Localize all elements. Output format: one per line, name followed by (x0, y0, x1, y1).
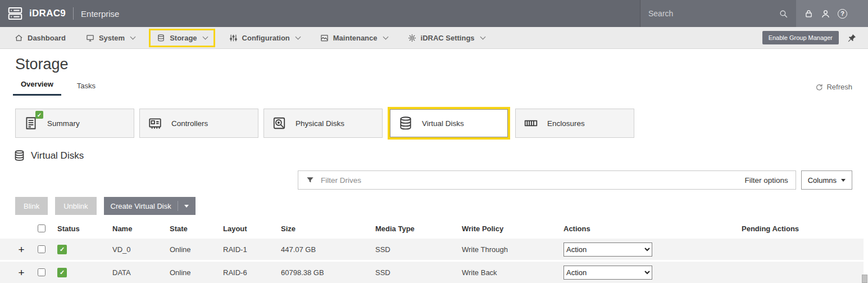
col-header-size: Size (275, 224, 370, 233)
col-header-state: State (164, 224, 217, 233)
filter-row: Filter options Columns (298, 170, 852, 190)
system-icon (86, 34, 94, 42)
cell-size: 60798.38 GB (275, 268, 370, 277)
table-row-data: + ✓ DATA Online RAID-6 60798.38 GB SSD W… (0, 262, 864, 283)
maintenance-icon (320, 34, 329, 42)
help-icon[interactable]: ? (838, 9, 847, 19)
card-enclosures[interactable]: Enclosures (515, 109, 634, 138)
storage-highlight-box: Storage (149, 29, 215, 47)
controllers-icon (148, 116, 162, 131)
nav-item-storage[interactable]: Storage (157, 34, 207, 42)
columns-dropdown-button[interactable]: Columns (801, 170, 852, 190)
configuration-icon (229, 34, 238, 42)
virtual-disks-icon (13, 150, 25, 161)
action-select[interactable]: Action (563, 266, 652, 280)
storage-icon (157, 34, 165, 42)
chevron-down-icon (202, 34, 208, 40)
card-label: Virtual Disks (422, 119, 464, 128)
scrollbar-thumb[interactable] (862, 275, 867, 283)
col-header-write-policy: Write Policy (456, 224, 558, 233)
refresh-button[interactable]: Refresh (815, 83, 852, 96)
unblink-button[interactable]: Unblink (55, 197, 96, 215)
virtual-disks-highlight-box: Virtual Disks (388, 107, 510, 140)
nav-item-label: Dashboard (28, 34, 66, 42)
nav-item-label: iDRAC Settings (421, 34, 475, 42)
row-checkbox[interactable] (38, 268, 46, 276)
card-physical-disks[interactable]: Physical Disks (263, 109, 383, 138)
brand-name: iDRAC9 (29, 8, 66, 19)
nav-item-system[interactable]: System (86, 34, 135, 42)
tab-bar: Overview Tasks Refresh (13, 78, 852, 96)
pin-icon[interactable] (847, 33, 857, 43)
create-virtual-disk-button[interactable]: Create Virtual Disk (104, 197, 196, 215)
header-icon-panel: ? (796, 0, 868, 27)
create-virtual-disk-label: Create Virtual Disk (111, 202, 171, 210)
user-icon[interactable] (821, 9, 830, 19)
page-title: Storage (15, 56, 868, 73)
card-label: Physical Disks (296, 119, 344, 128)
cell-state: Online (164, 268, 217, 277)
refresh-icon (815, 83, 823, 91)
tab-tasks[interactable]: Tasks (69, 79, 103, 96)
row-checkbox[interactable] (38, 245, 46, 253)
cell-layout: RAID-1 (217, 245, 275, 254)
caret-down-icon (184, 205, 189, 208)
section-header: Virtual Disks (13, 150, 868, 161)
app-header: iDRAC9 Enterprise ? (0, 0, 868, 27)
status-ok-icon: ✓ (57, 245, 67, 254)
nav-item-dashboard[interactable]: Dashboard (15, 34, 66, 42)
brand-divider (73, 7, 74, 20)
virtual-disks-icon (398, 116, 413, 131)
chevron-down-icon (295, 34, 301, 40)
nav-item-idrac-settings[interactable]: iDRAC Settings (408, 34, 485, 42)
header-search-box (640, 0, 796, 27)
cell-name: DATA (107, 268, 164, 277)
main-nav: Dashboard System Storage Configuration (0, 27, 868, 49)
search-icon[interactable] (779, 9, 788, 19)
columns-label: Columns (808, 176, 837, 185)
cell-write-policy: Write Back (456, 268, 558, 277)
nav-item-label: System (99, 34, 125, 42)
card-controllers[interactable]: Controllers (139, 109, 258, 138)
tab-overview[interactable]: Overview (13, 78, 61, 96)
card-label: Summary (47, 119, 80, 128)
refresh-label: Refresh (826, 83, 852, 91)
cell-name: VD_0 (107, 245, 164, 254)
chevron-down-icon (480, 34, 485, 40)
card-label: Enclosures (547, 119, 585, 128)
nav-item-maintenance[interactable]: Maintenance (320, 34, 388, 42)
caret-down-icon (841, 179, 846, 182)
filter-options-link[interactable]: Filter options (744, 176, 788, 185)
enclosures-icon (524, 116, 538, 131)
card-summary[interactable]: ✓ Summary (15, 109, 134, 138)
nav-item-label: Maintenance (333, 34, 378, 42)
col-header-layout: Layout (217, 224, 275, 233)
status-ok-icon: ✓ (57, 268, 67, 277)
blink-button[interactable]: Blink (15, 197, 48, 215)
cell-write-policy: Write Through (456, 245, 558, 254)
action-select[interactable]: Action (563, 242, 652, 257)
cell-media-type: SSD (370, 245, 456, 254)
section-title: Virtual Disks (31, 150, 84, 161)
search-input[interactable] (648, 9, 779, 18)
table-toolbar: Blink Unblink Create Virtual Disk (15, 197, 868, 215)
lock-icon[interactable] (804, 9, 814, 19)
idrac-settings-icon (408, 34, 416, 42)
filter-drives-input[interactable] (321, 176, 738, 185)
brand-edition: Enterprise (81, 9, 119, 19)
card-label: Controllers (171, 119, 208, 128)
filter-icon (306, 176, 315, 185)
button-divider (178, 201, 178, 211)
col-header-name: Name (107, 224, 164, 233)
expand-row-button[interactable]: + (18, 267, 24, 278)
nav-item-label: Storage (170, 34, 197, 42)
enable-group-manager-button[interactable]: Enable Group Manager (762, 31, 839, 44)
nav-item-configuration[interactable]: Configuration (229, 34, 300, 42)
card-virtual-disks[interactable]: Virtual Disks (390, 109, 508, 137)
chevron-down-icon (130, 34, 136, 40)
expand-row-button[interactable]: + (18, 244, 24, 255)
select-all-checkbox[interactable] (38, 224, 46, 232)
chevron-down-icon (383, 34, 388, 40)
filter-box: Filter options (298, 170, 796, 190)
idrac-logo-icon (7, 5, 24, 22)
